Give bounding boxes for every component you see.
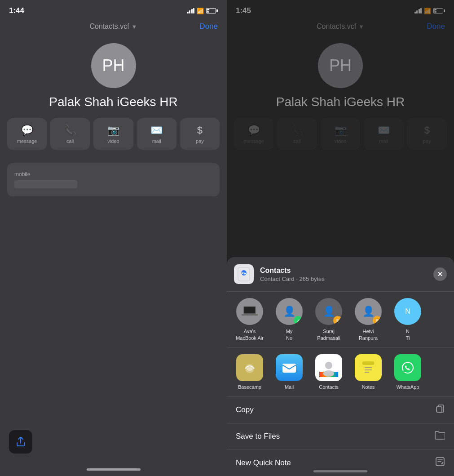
hetvi-badge: B [373, 316, 382, 325]
left-done-button[interactable]: Done [199, 22, 218, 31]
left-info-card: mobile [7, 163, 220, 196]
share-title: Contacts [260, 267, 325, 275]
folder-icon [434, 431, 445, 442]
vcf-file-icon: PH [238, 267, 250, 281]
left-top-bar: Contacts.vcf ▼ Done [0, 19, 227, 34]
contact-item-n[interactable]: N NTi [392, 298, 423, 341]
hetvi-label: HetviRanpura [359, 328, 378, 341]
svg-rect-4 [244, 307, 255, 313]
mail-logo [281, 359, 298, 376]
share-header: PH Contacts Contact Card · 265 bytes ✕ [227, 257, 454, 291]
suraj-badge: B [333, 316, 342, 325]
svg-point-10 [325, 362, 332, 369]
video-icon: 📷 [107, 125, 119, 136]
svg-text:PH: PH [241, 271, 246, 276]
left-avatar-section: PH [0, 34, 227, 95]
n-label: NTi [406, 328, 410, 341]
mail-icon: ✉️ [150, 125, 163, 136]
mobile-label: mobile [14, 171, 212, 178]
app-item-whatsapp[interactable]: WhatsApp [392, 354, 423, 390]
whatsapp-app-icon [394, 354, 421, 381]
left-filename: Contacts.vcf ▼ [90, 22, 137, 31]
whatsapp-badge: ✓ [294, 316, 303, 325]
quick-note-svg [435, 457, 445, 467]
chevron-down-icon: ▼ [132, 23, 137, 30]
notes-logo [360, 360, 376, 376]
folder-svg [434, 431, 445, 440]
left-time: 1:44 [9, 6, 24, 15]
hetvi-avatar: 👤 B [355, 298, 382, 325]
video-button[interactable]: 📷 video [93, 118, 133, 150]
app-item-basecamp[interactable]: Basecamp [234, 354, 265, 390]
svg-rect-8 [282, 364, 296, 373]
contacts-logo [319, 358, 338, 377]
basecamp-icon [236, 354, 263, 381]
whatsapp-logo [399, 359, 416, 376]
left-status-bar: 1:44 📶 25 [0, 0, 227, 19]
share-button[interactable] [9, 430, 32, 454]
apps-row: Basecamp Mail [227, 347, 454, 396]
right-home-indicator [313, 470, 367, 472]
myno-label: MyNo [286, 328, 293, 341]
new-quick-note-label: New Quick Note [236, 458, 291, 467]
mail-app-icon [276, 354, 303, 381]
contacts-row: Ava'sMacBook Air 👤 ✓ MyNo 👤 [227, 291, 454, 347]
share-subtitle: Contact Card · 265 bytes [260, 276, 325, 282]
notes-label: Notes [362, 384, 375, 390]
svg-point-7 [247, 367, 253, 371]
copy-icon [435, 404, 445, 416]
wifi-icon: 📶 [197, 8, 204, 14]
left-contact-name: Palak Shah iGeeks HR [0, 95, 227, 118]
app-item-mail[interactable]: Mail [273, 354, 305, 390]
right-panel: 1:45 📶 25 Contacts.vcf ▼ Done PH [227, 0, 454, 476]
left-avatar: PH [91, 43, 136, 88]
svg-rect-13 [362, 361, 374, 365]
app-item-notes[interactable]: Notes [353, 354, 384, 390]
pay-icon: $ [197, 125, 203, 136]
share-icon [16, 437, 26, 447]
actions-list: Copy Save to Files [227, 396, 454, 476]
signal-icon [187, 8, 195, 13]
contact-item-myno[interactable]: 👤 ✓ MyNo [273, 298, 305, 341]
copy-file-icon [435, 404, 445, 414]
svg-point-11 [323, 370, 334, 377]
battery-icon: 25 [206, 8, 218, 13]
share-close-button[interactable]: ✕ [433, 267, 447, 281]
whatsapp-label: WhatsApp [397, 384, 419, 390]
left-status-icons: 📶 25 [187, 8, 218, 14]
call-button[interactable]: 📞 call [50, 118, 90, 150]
contact-item-hetvi[interactable]: 👤 B HetviRanpura [353, 298, 384, 341]
message-icon: 💬 [21, 125, 33, 136]
save-to-files-action[interactable]: Save to Files [227, 423, 454, 449]
pay-button[interactable]: $ pay [180, 118, 220, 150]
macbook-icon [242, 305, 258, 318]
suraj-avatar: 👤 B [315, 298, 342, 325]
contact-item-suraj[interactable]: 👤 B SurajPadmasali [313, 298, 344, 341]
quick-note-icon [435, 457, 445, 469]
myno-avatar: 👤 ✓ [276, 298, 303, 325]
share-file-info: Contacts Contact Card · 265 bytes [260, 267, 325, 282]
notes-app-icon [355, 354, 382, 381]
macbook-avatar [236, 298, 263, 325]
copy-label: Copy [236, 405, 254, 414]
mobile-value [14, 180, 77, 188]
left-action-buttons: 💬 message 📞 call 📷 video ✉️ mail $ pay [0, 118, 227, 159]
contact-item-macbook[interactable]: Ava'sMacBook Air [234, 298, 265, 341]
contacts-label: Contacts [319, 384, 338, 390]
suraj-label: SurajPadmasali [317, 328, 340, 341]
share-sheet-overlay: PH Contacts Contact Card · 265 bytes ✕ [227, 0, 454, 476]
basecamp-logo [242, 360, 258, 376]
share-file-icon: PH [234, 264, 254, 284]
call-icon: 📞 [64, 125, 76, 136]
copy-action[interactable]: Copy [227, 396, 454, 423]
macbook-label: Ava'sMacBook Air [236, 328, 264, 341]
svg-rect-5 [242, 314, 258, 316]
mail-label: Mail [285, 384, 294, 390]
left-home-indicator [87, 468, 141, 471]
basecamp-label: Basecamp [238, 384, 261, 390]
mail-button[interactable]: ✉️ mail [137, 118, 176, 150]
save-to-files-label: Save to Files [236, 432, 280, 441]
share-sheet: PH Contacts Contact Card · 265 bytes ✕ [227, 257, 454, 476]
app-item-contacts[interactable]: Contacts [313, 354, 344, 390]
message-button[interactable]: 💬 message [7, 118, 47, 150]
